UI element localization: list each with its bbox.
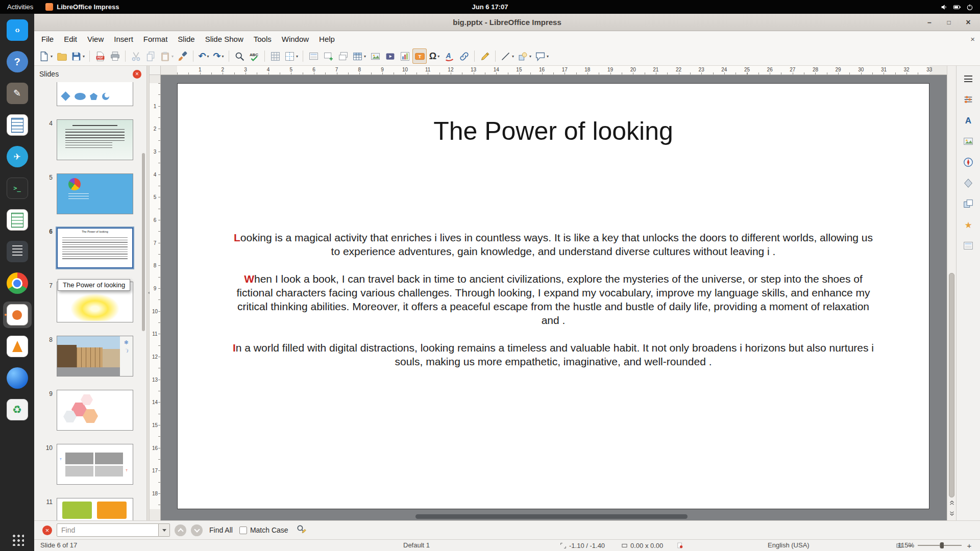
dock-terminal[interactable] [3, 175, 32, 202]
close-document-button[interactable] [970, 35, 975, 43]
slide-thumbnail-5[interactable]: 5 [43, 173, 146, 214]
close-window-button[interactable] [963, 17, 974, 28]
open-button[interactable] [55, 48, 69, 64]
previous-slide-button[interactable] [947, 498, 957, 507]
document-modified-icon[interactable] [676, 542, 683, 549]
dock-texteditor[interactable] [3, 238, 32, 265]
redo-button[interactable]: ↷▾ [211, 48, 226, 64]
lines-and-arrows-button[interactable]: ▾ [499, 48, 516, 64]
dock-chrome[interactable] [3, 270, 32, 296]
activities-button[interactable]: Activities [0, 0, 40, 14]
horizontal-scrollbar-thumb[interactable] [415, 514, 688, 519]
print-button[interactable] [108, 48, 122, 64]
close-find-bar-button[interactable] [42, 525, 52, 535]
insert-chart-button[interactable] [398, 48, 412, 64]
find-next-button[interactable] [191, 524, 203, 536]
dock-impress[interactable] [3, 302, 32, 328]
zoom-in-button[interactable] [966, 541, 973, 550]
find-input[interactable] [57, 523, 159, 537]
dock-help[interactable] [3, 48, 32, 75]
menu-view[interactable]: View [82, 31, 109, 47]
dock-calc[interactable] [3, 207, 32, 233]
insert-table-button[interactable]: ▾ [351, 48, 368, 64]
sidebar-master-slides-button[interactable] [960, 238, 976, 254]
paste-button[interactable]: ▾ [158, 48, 175, 64]
menu-tools[interactable]: Tools [249, 31, 277, 47]
clock[interactable]: Jun 6 17:07 [472, 3, 508, 11]
sidebar-sidebar-settings-button[interactable] [960, 71, 976, 86]
sidebar-navigator-button[interactable] [960, 155, 976, 170]
undo-button[interactable]: ↶▾ [197, 48, 211, 64]
minimize-button[interactable] [924, 17, 935, 28]
menu-help[interactable]: Help [314, 31, 340, 47]
insert-text-box-button[interactable] [412, 48, 427, 64]
slide-thumbnail-10[interactable]: 10 [43, 444, 146, 485]
vertical-scrollbar-thumb[interactable] [949, 273, 954, 497]
sidebar-gallery-button[interactable] [960, 134, 976, 149]
dock-gimp[interactable] [3, 80, 32, 107]
zoom-percent[interactable]: 115% [896, 540, 914, 551]
dock-telegram[interactable] [3, 143, 32, 170]
menu-insert[interactable]: Insert [109, 31, 138, 47]
slide-thumbnail-4[interactable]: 4 [43, 119, 146, 160]
menu-format[interactable]: Format [138, 31, 173, 47]
menu-window[interactable]: Window [277, 31, 314, 47]
slide-thumbnail-3[interactable]: 3 [43, 82, 146, 106]
match-case-checkbox[interactable]: Match Case [239, 526, 288, 534]
insert-fontwork-button[interactable] [442, 48, 456, 64]
menu-slide[interactable]: Slide [173, 31, 200, 47]
display-grid-button[interactable] [268, 48, 282, 64]
cut-button[interactable] [129, 48, 143, 64]
master-slide-button[interactable] [306, 48, 321, 64]
system-status-area[interactable] [940, 3, 980, 11]
zoom-slider[interactable] [918, 542, 962, 549]
slide-canvas[interactable]: The Power of looking Looking is a magica… [177, 83, 929, 509]
new-slide-button[interactable] [321, 48, 335, 64]
language-status[interactable]: English (USA) [768, 540, 810, 551]
dock-vscode[interactable] [3, 17, 32, 43]
show-applications-button[interactable] [11, 533, 24, 546]
find-and-replace-button[interactable] [296, 524, 306, 536]
layout-name[interactable]: Default 1 [403, 540, 430, 551]
duplicate-slide-button[interactable] [336, 48, 350, 64]
insert-hyperlink-button[interactable] [457, 48, 471, 64]
dock-writer[interactable] [3, 112, 32, 138]
next-slide-button[interactable] [947, 509, 957, 518]
find-previous-button[interactable] [175, 524, 186, 536]
maximize-button[interactable] [943, 17, 954, 28]
find-replace-button[interactable] [232, 48, 247, 64]
slide-thumbnail-11[interactable]: 11 [43, 498, 146, 520]
insert-media-button[interactable] [383, 48, 397, 64]
find-history-dropdown[interactable] [159, 523, 170, 537]
clone-formatting-button[interactable] [176, 48, 190, 64]
menu-slide-show[interactable]: Slide Show [200, 31, 249, 47]
focused-app-indicator[interactable]: LibreOffice Impress [40, 3, 124, 11]
vertical-ruler[interactable]: 123456789101112131415161718 [150, 75, 161, 520]
menu-edit[interactable]: Edit [59, 31, 82, 47]
slide-thumbnail-9[interactable]: 9 [43, 390, 146, 431]
slide-body-text[interactable]: Looking is a magical activity that enric… [229, 231, 878, 382]
horizontal-ruler[interactable]: 1234567891011121314151617181920212223242… [161, 66, 947, 75]
insert-image-button[interactable] [368, 48, 382, 64]
slide-thumbnail-6[interactable]: 6The Power of looking [43, 228, 146, 268]
slide-panel-scrollbar[interactable] [142, 153, 145, 331]
new-document-button[interactable]: ▾ [37, 48, 54, 64]
sidebar-shapes-button[interactable] [960, 176, 976, 191]
sidebar-styles-button[interactable]: A [960, 113, 976, 128]
dock-trash[interactable] [3, 396, 32, 423]
callout-shapes-button[interactable]: ▾ [533, 48, 550, 64]
sidebar-animation-button[interactable]: ★ [960, 217, 976, 233]
basic-shapes-button[interactable]: ▾ [516, 48, 533, 64]
menu-file[interactable]: File [36, 31, 59, 47]
dock-vlc[interactable] [3, 333, 32, 360]
sidebar-properties-button[interactable] [960, 92, 976, 107]
copy-button[interactable] [143, 48, 158, 64]
export-pdf-button[interactable] [93, 48, 107, 64]
snap-guides-button[interactable]: ▾ [283, 48, 300, 64]
slide-thumbnail-8[interactable]: 8 [43, 336, 146, 377]
save-button[interactable]: ▾ [69, 48, 86, 64]
insert-special-character-button[interactable]: Ω▾ [427, 48, 442, 64]
show-draw-functions-button[interactable] [478, 48, 492, 64]
title-bar[interactable]: big.pptx - LibreOffice Impress [34, 14, 980, 31]
dock-firefox[interactable] [3, 365, 32, 391]
